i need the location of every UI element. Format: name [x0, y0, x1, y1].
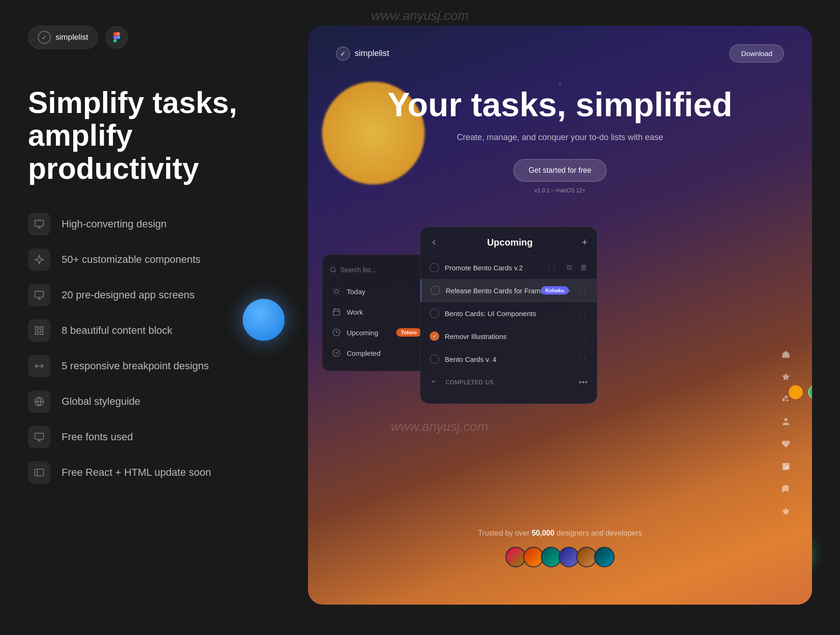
task-name-4: Removr Illustrations [445, 332, 571, 340]
icon-toolbar [779, 348, 792, 518]
task-item-5[interactable]: Bento Cards v. 4 ⋮⋮ [420, 348, 597, 371]
sun-icon [332, 287, 341, 296]
svg-marker-33 [782, 373, 790, 381]
sidebar-today-label: Today [347, 288, 365, 296]
calendar-icon [332, 307, 341, 317]
upcoming-badge: Totoro [396, 328, 421, 337]
star-icon[interactable] [779, 370, 792, 383]
sparkle-icon [28, 248, 50, 271]
heart-icon[interactable] [779, 437, 792, 451]
add-task-button[interactable]: + [581, 236, 588, 248]
sidebar-upcoming-label: Upcoming [347, 329, 378, 337]
grid-icon [28, 319, 50, 342]
task-panel-header: Upcoming + [420, 236, 597, 256]
logo-button[interactable]: ✓ simplelist [28, 26, 98, 49]
arrows-icon [28, 355, 50, 377]
task-item-3[interactable]: Bento Cards: UI Components ⋮⋮ [420, 302, 597, 325]
color-dot-yellow[interactable] [789, 385, 803, 399]
watermark: www.anyusj.com [371, 8, 469, 23]
top-bar: ✓ simplelist [28, 26, 299, 49]
feature-item-fonts: Free fonts used [28, 426, 299, 448]
kohaku-badge: Kohaku [541, 286, 569, 295]
task-drag-4: ⋮⋮ [576, 333, 588, 339]
svg-rect-6 [35, 327, 38, 330]
search-placeholder: Search list... [340, 266, 376, 274]
get-started-button[interactable]: Get started for free [513, 159, 607, 182]
svg-rect-0 [35, 220, 43, 226]
svg-rect-3 [35, 291, 43, 297]
task-item-1[interactable]: Promote Bento Cards v.2 ⋮⋮ ⧉ 🗑 [420, 256, 597, 279]
svg-line-27 [339, 289, 339, 289]
task-checkbox-4[interactable] [430, 332, 439, 341]
app-logo-check-icon: ✓ [336, 47, 350, 61]
sidebar-item-completed[interactable]: Completed [322, 343, 429, 363]
download-button[interactable]: Download [729, 44, 784, 63]
task-item-4[interactable]: Removr Illustrations ⋮⋮ [420, 325, 597, 348]
sidebar-search[interactable]: Search list... [322, 262, 429, 277]
sidebar-item-today[interactable]: Today [322, 281, 429, 302]
feature-item-react: Free React + HTML update soon [28, 461, 299, 484]
delete-icon[interactable]: 🗑 [580, 263, 588, 272]
task-name-3: Bento Cards: UI Components [445, 310, 571, 318]
svg-line-18 [335, 271, 336, 273]
sidebar-item-upcoming[interactable]: Upcoming Totoro [322, 322, 429, 343]
task-name-1: Promote Bento Cards v.2 [445, 264, 540, 272]
figma-button[interactable] [105, 26, 128, 49]
sidebar-completed-label: Completed [347, 349, 381, 357]
app-hero: Your tasks, simplified Create, manage, a… [308, 86, 812, 194]
svg-point-17 [331, 268, 335, 272]
task-checkbox-2[interactable] [431, 286, 440, 295]
svg-point-34 [784, 418, 788, 422]
feature-item-styleguide: Global styleguide [28, 390, 299, 413]
svg-rect-8 [35, 332, 38, 334]
task-drag-1: ⋮⋮ [546, 264, 557, 271]
task-checkbox-1[interactable] [430, 263, 439, 272]
task-item-2[interactable]: Release Bento Cards for Framer Kohaku ▶ … [420, 279, 597, 302]
monitor3-icon [28, 426, 50, 448]
completed-label: COMPLETED 1/5 [446, 379, 494, 386]
svg-point-36 [784, 465, 785, 466]
svg-line-23 [339, 294, 339, 294]
copy-icon[interactable]: ⧉ [567, 263, 572, 272]
sidebar-item-work[interactable]: Work [322, 302, 429, 322]
code-icon [28, 461, 50, 484]
avatar-row [308, 547, 812, 567]
sidebar-work-label: Work [347, 308, 363, 316]
left-panel: ✓ simplelist Simplify tasks, amplify pro… [28, 26, 299, 484]
feature-item-responsive: 5 responsive breakpoint designs [28, 355, 299, 377]
colors-row [789, 385, 812, 399]
completed-icon [430, 377, 440, 388]
task-panel-title: Upcoming [487, 237, 533, 248]
svg-point-19 [335, 289, 338, 293]
clock-icon [332, 328, 341, 337]
monitor-icon [28, 213, 50, 235]
task-name-5: Bento Cards v. 4 [445, 355, 571, 363]
app-hero-title: Your tasks, simplified [308, 86, 812, 123]
trusted-text: Trusted by over 50,000 designers and dev… [308, 529, 812, 537]
svg-rect-15 [35, 469, 43, 476]
monitor2-icon [28, 284, 50, 306]
back-button[interactable] [430, 238, 438, 247]
svg-marker-37 [782, 508, 790, 515]
task-checkbox-5[interactable] [430, 354, 439, 364]
svg-rect-12 [35, 433, 43, 439]
task-drag-2: ⋮⋮ [576, 287, 588, 294]
trusted-section: Trusted by over 50,000 designers and dev… [308, 529, 812, 567]
more-button[interactable]: ••• [579, 378, 588, 388]
blue-orb [243, 299, 285, 341]
avatar-6 [594, 547, 615, 567]
hero-title: Simplify tasks, amplify productivity [28, 86, 299, 185]
svg-rect-9 [40, 332, 43, 334]
app-hero-subtitle: Create, manage, and conquer your to-do l… [308, 133, 812, 142]
color-dot-green[interactable] [808, 385, 812, 399]
person-icon[interactable] [779, 415, 792, 428]
globe-icon [28, 390, 50, 413]
task-panel: Upcoming + Promote Bento Cards v.2 ⋮⋮ ⧉ … [420, 226, 597, 404]
svg-line-22 [334, 289, 334, 289]
leaf-icon[interactable] [779, 482, 792, 495]
app-logo: ✓ simplelist [336, 47, 389, 61]
star2-icon[interactable] [779, 505, 792, 518]
task-checkbox-3[interactable] [430, 309, 439, 318]
home-icon[interactable] [779, 348, 792, 361]
image-icon[interactable] [779, 460, 792, 473]
